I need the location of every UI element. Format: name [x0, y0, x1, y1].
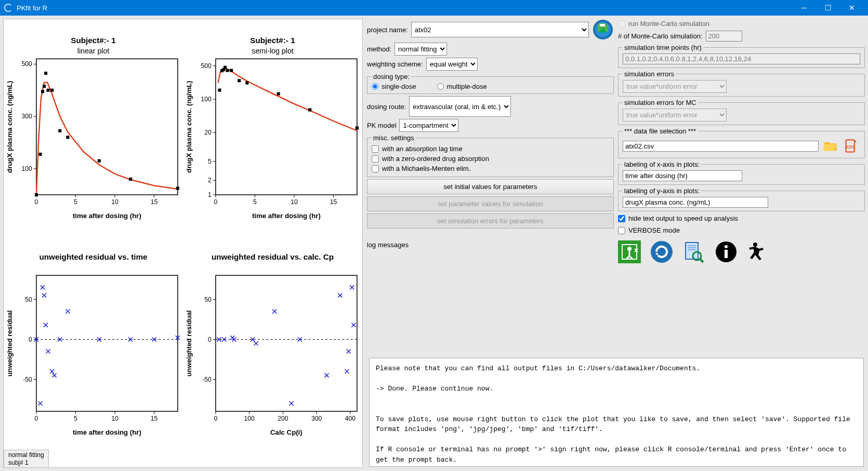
svg-text:unweighted residual vs. time: unweighted residual vs. time [39, 252, 147, 261]
refresh-icon[interactable] [650, 240, 673, 263]
svg-text:200: 200 [278, 415, 288, 422]
run-mc-checkbox: run Monte-Carlo simulation [618, 19, 865, 29]
svg-text:CSV: CSV [846, 145, 855, 150]
data-file-group: *** data file selection *** CSV [618, 127, 865, 158]
preview-icon[interactable] [682, 240, 705, 263]
svg-point-171 [627, 247, 632, 251]
svg-rect-21 [44, 72, 47, 75]
weighting-label: weighting scheme: [367, 60, 423, 68]
svg-text:50: 50 [204, 295, 212, 303]
xlabel-group: labeling of x-axis in plots: [618, 160, 865, 185]
pk-model-label: PK model [367, 122, 396, 129]
svg-text:unweighted residual vs. calc. : unweighted residual vs. calc. Cp [212, 252, 334, 261]
pk-model-select[interactable]: 1-compartment [399, 119, 458, 132]
svg-text:0: 0 [208, 335, 212, 343]
svg-rect-62 [277, 92, 280, 96]
exit-icon[interactable] [618, 240, 641, 263]
project-name-select[interactable]: atx02 [411, 22, 589, 37]
project-name-label: project name: [367, 26, 408, 34]
dosing-single-radio[interactable]: single-dose [372, 83, 416, 90]
titlebar: PKfit for R ─ ☐ ✕ [0, 0, 868, 16]
svg-text:Subject#:-  1: Subject#:- 1 [250, 36, 295, 45]
misc-lag-checkbox[interactable]: with an absorption lag time [372, 144, 609, 154]
data-file-input[interactable] [623, 141, 819, 152]
open-file-icon[interactable] [822, 137, 839, 155]
plot-panel: Subject#:- 1linear plot051015100300500ti… [3, 19, 363, 468]
svg-text:300: 300 [21, 113, 32, 120]
svg-text:400: 400 [345, 415, 356, 422]
misc-mm-checkbox[interactable]: with a Michaelis-Menten elim. [372, 164, 609, 173]
run-icon[interactable] [747, 240, 770, 263]
svg-text:0: 0 [35, 415, 38, 422]
misc-zero-checkbox[interactable]: with a zero-ordered drug absorption [372, 154, 609, 164]
method-label: method: [367, 45, 391, 53]
svg-text:5: 5 [253, 198, 257, 206]
close-button[interactable]: ✕ [840, 0, 864, 16]
csv-file-icon[interactable]: CSV [843, 137, 860, 155]
svg-text:0: 0 [214, 198, 218, 206]
svg-text:Calc Cp(i): Calc Cp(i) [270, 428, 303, 436]
svg-rect-19 [41, 90, 44, 93]
svg-text:time after dosing (hr): time after dosing (hr) [252, 212, 321, 220]
svg-rect-23 [50, 89, 54, 92]
ylabel-input[interactable] [623, 197, 768, 208]
hide-output-checkbox[interactable]: hide text output to speed up analysis [618, 213, 865, 223]
svg-text:drugX plasma conc. (ng/mL): drugX plasma conc. (ng/mL) [6, 81, 14, 173]
svg-text:5: 5 [74, 415, 77, 422]
svg-rect-59 [230, 69, 233, 72]
svg-text:0: 0 [214, 415, 218, 422]
svg-text:time after dosing (hr): time after dosing (hr) [73, 212, 141, 220]
plot-semilog[interactable]: Subject#:- 1semi-log plot051015125201005… [183, 19, 362, 236]
svg-text:20: 20 [204, 129, 212, 136]
log-label: log messages [367, 241, 614, 249]
plot-resid-time[interactable]: unweighted residual vs. time051015-50050… [4, 236, 183, 452]
verbose-checkbox[interactable]: VERBOSE mode [618, 225, 865, 235]
svg-rect-28 [176, 187, 179, 190]
weighting-select[interactable]: equal weight [426, 58, 478, 71]
set-initial-values-button[interactable]: set initial values for parameters [367, 179, 614, 194]
svg-rect-58 [226, 69, 229, 72]
svg-text:0: 0 [29, 335, 32, 343]
xlabel-input[interactable] [623, 170, 742, 181]
dosing-multiple-radio[interactable]: multiple-dose [437, 83, 487, 90]
ylabel-group: labeling of y-axis in plots: [618, 187, 865, 211]
svg-text:50: 50 [25, 295, 32, 303]
dosing-type-group: dosing type: single-dose multiple-dose [367, 73, 614, 94]
save-project-icon[interactable] [592, 19, 614, 41]
info-icon[interactable] [715, 240, 738, 263]
svg-text:-50: -50 [23, 375, 32, 383]
set-sim-errors-button: set simulation errors for parameters [367, 213, 614, 228]
svg-rect-17 [35, 193, 38, 196]
svg-text:10: 10 [291, 198, 298, 206]
minimize-button[interactable]: ─ [792, 0, 816, 16]
plot-tab[interactable]: normal fitting subj# 1 [4, 450, 49, 467]
mc-count-label: # of Monte-Carlo simulation: [618, 32, 703, 40]
svg-rect-173 [686, 243, 698, 259]
plot-resid-cp[interactable]: unweighted residual vs. calc. Cp01002003… [183, 236, 362, 452]
svg-rect-24 [58, 129, 61, 132]
svg-text:2: 2 [208, 177, 212, 184]
log-messages[interactable]: Please note that you can find all output… [369, 358, 864, 467]
svg-rect-115 [216, 275, 357, 411]
svg-point-172 [651, 241, 673, 263]
svg-text:Subject#:-  1: Subject#:- 1 [71, 36, 116, 45]
svg-text:15: 15 [151, 198, 158, 206]
sim-errors-group: simulation errors true value*uniform err… [618, 70, 865, 97]
svg-text:15: 15 [330, 198, 337, 206]
svg-text:1: 1 [208, 191, 212, 198]
svg-text:15: 15 [151, 415, 158, 422]
svg-text:500: 500 [21, 60, 32, 68]
svg-rect-60 [238, 79, 241, 82]
method-select[interactable]: normal fitting [394, 43, 447, 56]
svg-text:semi-log plot: semi-log plot [252, 47, 293, 55]
sim-errors-select: true value*uniform error [623, 80, 727, 93]
app-icon [4, 4, 12, 12]
plot-linear[interactable]: Subject#:- 1linear plot051015100300500ti… [4, 19, 183, 236]
svg-text:5: 5 [208, 158, 212, 165]
maximize-button[interactable]: ☐ [816, 0, 840, 16]
window-title: PKfit for R [17, 4, 792, 12]
misc-settings-group: misc. settings with an absorption lag ti… [367, 134, 614, 177]
svg-rect-26 [98, 159, 101, 163]
svg-text:10: 10 [111, 415, 119, 422]
dosing-route-select[interactable]: extravascular (oral, im & etc.) [409, 96, 511, 117]
